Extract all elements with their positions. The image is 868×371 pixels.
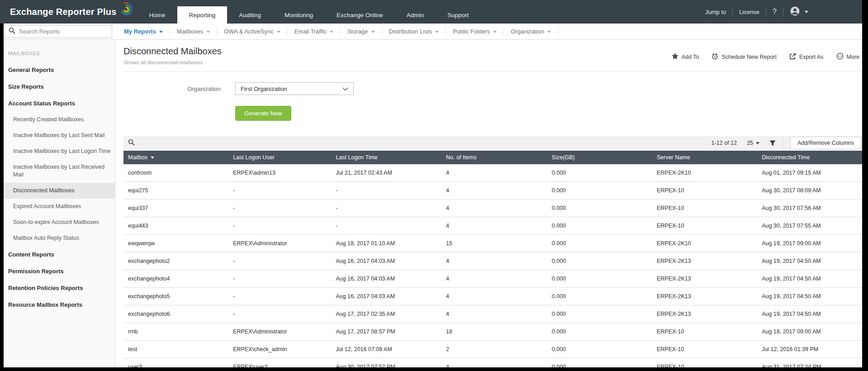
cell-no-of-items: 4 [441,270,547,288]
table-row: rmbERPEX\AdministratorAug 17, 2017 08:57… [123,323,863,341]
sidebar-item-expired-account-mailboxes[interactable]: Expired Account Mailboxes [0,199,115,214]
cell-server-name: ERPEX-10 [652,217,757,235]
add-to-button[interactable]: Add To [672,53,699,61]
cell-server-name: ERPEX-10 [652,323,757,341]
chevron-down-icon [159,31,163,33]
sidebar-item-mailbox-auto-reply-status[interactable]: Mailbox Auto Reply Status [0,230,115,246]
organization-filter-row: Organization First Organization [123,82,863,95]
organization-label: Organization [123,86,221,92]
subnav-item-mailboxes[interactable]: Mailboxes [170,28,218,36]
tab-exchange-online[interactable]: Exchange Online [325,6,395,24]
tab-home[interactable]: Home [138,6,177,24]
subnav-item-organization[interactable]: Organization [504,28,558,36]
cell-no-of-items: 4 [441,217,547,235]
cell-no-of-items: 15 [441,235,547,252]
more-button[interactable]: More [836,52,859,61]
column-header-mailbox[interactable]: Mailbox [123,151,228,164]
table-search-icon[interactable] [128,139,135,147]
search-reports-box[interactable] [5,25,112,38]
column-header-last-logon-user[interactable]: Last Logon User [228,151,331,164]
brand-logo: Exchange Reporter Plus [0,0,133,24]
license-link[interactable]: License [733,8,766,16]
page-size-dropdown[interactable]: 25 [747,140,759,146]
export-as-button[interactable]: Export As [789,53,824,61]
table-row: exchangephoto2-Aug 16, 2017 04:03 AM40.0… [123,252,863,270]
column-header-last-logon-time[interactable]: Last Logon Time [331,151,441,164]
cell-mailbox: exchangephoto6 [123,305,228,323]
subnav-item-owa-activesync[interactable]: OWA & ActiveSync [217,28,287,36]
search-icon [9,27,15,36]
funnel-icon [769,140,776,146]
sidebar-item-inactive-mailboxes-by-last-received-mail[interactable]: Inactive Mailboxes by Last Received Mail [0,159,115,183]
subnav-item-distribution-lists[interactable]: Distribution Lists [382,28,446,36]
chevron-down-icon [493,31,497,33]
column-header-no-of-items[interactable]: No. of Items [441,151,547,164]
toolbar-right: 1-12 of 12 25 Add/Remove Columns [711,137,861,149]
sidebar-item-size-reports[interactable]: Size Reports [0,78,115,95]
sidebar-item-permission-reports[interactable]: Permission Reports [0,263,115,280]
cell-size-gb: 0.000 [547,164,652,182]
toolbar-separator [783,138,783,148]
tab-admin[interactable]: Admin [395,6,436,24]
table-row: equi275--40.000ERPEX-10Aug 30, 2017 08:0… [123,182,863,200]
subnav-item-label: OWA & ActiveSync [224,28,273,35]
table-row: confroomERPEX\admin13Jul 21, 2017 02:43 … [123,164,863,182]
subnav-item-my-reports[interactable]: My Reports [117,28,170,36]
subnav-item-label: Distribution Lists [389,28,432,35]
cell-last-logon-time: Aug 16, 2017 04:03 AM [331,252,441,270]
schedule-new-report-button[interactable]: Schedule New Report [711,53,777,61]
cell-disconnected-time: Aug 30, 2017 08:09 AM [757,182,863,200]
page-subtitle: Shows all disconnected mailboxes [123,60,222,65]
help-icon[interactable]: ? [766,7,783,17]
cell-size-gb: 0.000 [547,341,652,358]
jump-to-link[interactable]: Jump to [699,8,733,16]
cell-last-logon-time: Jul 12, 2016 07:08 AM [331,341,441,358]
subnav-item-storage[interactable]: Storage [341,28,382,36]
organization-select[interactable]: First Organization [235,82,354,95]
sidebar-item-inactive-mailboxes-by-last-logon-time[interactable]: Inactive Mailboxes by Last Logon Time [0,143,115,159]
cell-no-of-items: 4 [441,288,547,305]
report-actions: Add ToSchedule New ReportExport AsMore [672,46,863,61]
sidebar-item-retention-policies-reports[interactable]: Retention Policies Reports [0,280,115,296]
cell-last-logon-time: Aug 18, 2017 01:10 AM [331,235,441,252]
column-header-server-name[interactable]: Server Name [652,151,757,164]
screenshot-left-edge [0,24,4,371]
cell-no-of-items: 4 [441,252,547,270]
disconnected-mailboxes-table: MailboxLast Logon UserLast Logon TimeNo.… [123,151,863,371]
tab-reporting[interactable]: Reporting [177,6,228,24]
search-input[interactable] [19,28,108,35]
cell-mailbox: equi275 [123,182,228,200]
chevron-down-icon [547,31,551,33]
user-menu[interactable] [783,5,815,19]
sidebar-item-soon-to-expire-account-mailboxes[interactable]: Soon-to-expire Account Mailboxes [0,214,115,230]
cell-mailbox: ewqwerqw [123,235,228,252]
sidebar-item-resource-mailbox-reports[interactable]: Resource Mailbox Reports [0,296,115,313]
report-category-nav: My ReportsMailboxesOWA & ActiveSyncEmail… [117,28,558,36]
avatar-icon [790,6,800,18]
cell-size-gb: 0.000 [547,217,652,235]
column-header-disconnected-time[interactable]: Disconnected Time [757,151,863,164]
star-icon [672,53,678,61]
action-label: Schedule New Report [721,54,777,60]
generate-now-button[interactable]: Generate Now [235,106,291,121]
subnav-item-email-traffic[interactable]: Email Traffic [288,28,341,36]
cell-last-logon-user: ERPEX\Administrator [228,323,331,341]
add-remove-columns-button[interactable]: Add/Remove Columns [790,137,861,149]
sidebar-item-inactive-mailboxes-by-last-sent-mail[interactable]: Inactive Mailboxes by Last Sent Mail [0,128,115,143]
report-main-panel: Disconnected Mailboxes Shows all disconn… [115,40,868,371]
cell-size-gb: 0.000 [547,235,652,252]
cell-last-logon-time: - [331,182,441,200]
sidebar-item-content-reports[interactable]: Content Reports [0,246,115,263]
tab-support[interactable]: Support [436,6,480,24]
filter-button[interactable] [769,140,776,146]
cell-server-name: ERPEX-10 [652,182,757,200]
sidebar-item-disconnected-mailboxes[interactable]: Disconnected Mailboxes [0,183,115,199]
subnav-item-public-folders[interactable]: Public Folders [446,28,504,36]
chevron-down-icon [206,31,210,33]
column-header-size-gb[interactable]: Size(GB) [547,151,652,164]
sidebar-item-account-status-reports[interactable]: Account Status Reports [0,95,115,112]
tab-auditing[interactable]: Auditing [227,6,273,24]
tab-monitoring[interactable]: Monitoring [273,6,325,24]
sidebar-item-general-reports[interactable]: General Reports [0,62,115,78]
sidebar-item-recently-created-mailboxes[interactable]: Recently Created Mailboxes [0,112,115,128]
